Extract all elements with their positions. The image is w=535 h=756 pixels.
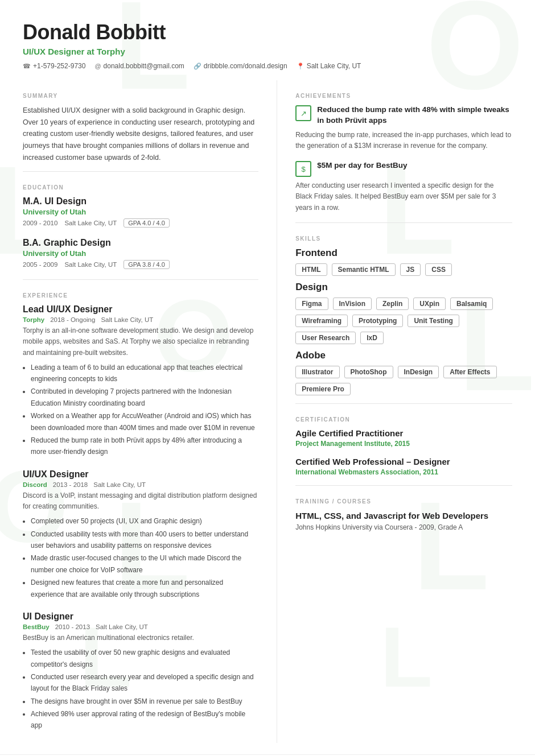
exp-desc-1: Torphy is an all-in-one software develop…	[23, 325, 258, 358]
portfolio-contact: 🔗 dribbble.com/donald.design	[194, 62, 287, 70]
cert-item-2: Certified Web Professional – Designer In…	[295, 457, 512, 476]
edu-university-1: University of Utah	[23, 208, 258, 216]
skill-indesign: InDesign	[398, 366, 439, 378]
edu-gpa-1: GPA 4.0 / 4.0	[124, 218, 170, 228]
exp-location-3: Salt Lake City, UT	[96, 623, 148, 630]
skill-html: HTML	[295, 263, 327, 276]
skill-figma: Figma	[295, 298, 328, 310]
exp-bullet-2-4: Designed new features that create a more…	[31, 577, 258, 600]
exp-years-3: 2010 - 2013	[55, 623, 90, 630]
exp-bullet-3-3: The designs have brought in over $5M in …	[31, 696, 258, 707]
exp-bullet-1-2: Contributed in developing 7 projects par…	[31, 386, 258, 409]
achievement-text-1: Reducing the bump rate, increased the in…	[295, 130, 512, 151]
portfolio-value: dribbble.com/donald.design	[204, 62, 287, 70]
candidate-title: UI/UX Designer at Torphy	[23, 47, 512, 56]
education-label: EDUCATION	[23, 184, 258, 191]
skill-illustrator: Illustrator	[295, 366, 339, 378]
cert-item-1: Agile Certified Practitioner Project Man…	[295, 428, 512, 448]
email-icon: @	[94, 63, 101, 69]
skills-category-adobe: Adobe	[295, 350, 512, 361]
email-value: donald.bobbitt@gmail.com	[104, 62, 184, 70]
exp-company-1: Torphy	[23, 316, 44, 323]
skill-ixd: IxD	[360, 332, 384, 344]
link-icon: 🔗	[194, 63, 201, 70]
exp-years-2: 2013 - 2018	[53, 481, 88, 488]
location-icon: 📍	[297, 63, 304, 70]
skill-photoshop: PhotoShop	[344, 366, 393, 378]
edu-years-1: 2009 - 2010	[23, 220, 57, 226]
edu-gpa-2: GPA 3.8 / 4.0	[124, 260, 170, 269]
experience-item-3: UI Designer BestBuy 2010 - 2013 Salt Lak…	[23, 612, 258, 732]
cert-title-1: Agile Certified Practitioner	[295, 428, 512, 438]
exp-bullet-2-3: Made drastic user-focused changes to the…	[31, 552, 258, 576]
achievements-label: ACHIEVEMENTS	[295, 93, 512, 99]
phone-contact: ☎ +1-579-252-9730	[23, 62, 85, 70]
location-value: Salt Lake City, UT	[307, 62, 361, 70]
skill-user-research: User Research	[295, 332, 356, 344]
exp-bullet-1-1: Leading a team of 6 to build an educatio…	[31, 362, 258, 385]
exp-bullet-3-1: Tested the usability of over 50 new grap…	[31, 647, 258, 670]
skill-semantic-html: Semantic HTML	[332, 263, 396, 276]
skills-label: SKILLS	[295, 236, 512, 242]
achievement-header-1: ↗ Reduced the bump rate with 48% with si…	[295, 105, 512, 126]
candidate-name: Donald Bobbitt	[23, 20, 512, 44]
edu-degree-2: B.A. Graphic Design	[23, 238, 258, 248]
skill-prototyping: Prototyping	[352, 315, 403, 327]
exp-location-2: Salt Lake City, UT	[93, 481, 146, 488]
skill-js: JS	[400, 263, 421, 276]
right-column: ACHIEVEMENTS ↗ Reduced the bump rate wit…	[277, 80, 512, 743]
training-label: TRAINING / COURSES	[295, 498, 512, 505]
cert-title-2: Certified Web Professional – Designer	[295, 457, 512, 466]
exp-desc-2: Discord is a VoIP, instant messaging and…	[23, 490, 258, 512]
skills-tags-adobe: Illustrator PhotoShop InDesign After Eff…	[295, 366, 512, 395]
achievement-title-2: $5M per day for BestBuy	[317, 160, 407, 171]
exp-years-1: 2018 - Ongoing	[50, 316, 95, 323]
exp-location-1: Salt Lake City, UT	[101, 316, 153, 323]
exp-title-2: UI/UX Designer	[23, 469, 258, 480]
exp-meta-1: Torphy 2018 - Ongoing Salt Lake City, UT	[23, 316, 258, 323]
resume-header: Donald Bobbitt UI/UX Designer at Torphy …	[0, 0, 535, 80]
achievement-title-1: Reduced the bump rate with 48% with simp…	[317, 105, 512, 126]
exp-bullet-3-4: Achieved 98% user approval rating of the…	[31, 708, 258, 732]
skill-premiere-pro: Premiere Pro	[295, 383, 351, 395]
exp-bullet-2-2: Conducted usability tests with more than…	[31, 528, 258, 552]
skill-after-effects: After Effects	[443, 366, 496, 378]
exp-desc-3: BestBuy is an American multinational ele…	[23, 633, 258, 643]
training-meta-text-1: Johns Hopkins University via Coursera - …	[295, 523, 463, 531]
skill-balsamiq: Balsamiq	[450, 298, 493, 310]
exp-bullets-3: Tested the usability of over 50 new grap…	[23, 647, 258, 732]
exp-title-3: UI Designer	[23, 612, 258, 622]
left-column: SUMMARY Established UI/UX designer with …	[23, 80, 277, 743]
achievement-icon-1: ↗	[295, 105, 311, 121]
email-contact: @ donald.bobbitt@gmail.com	[94, 62, 184, 70]
exp-company-3: BestBuy	[23, 623, 50, 630]
edu-degree-1: M.A. UI Design	[23, 196, 258, 206]
exp-bullets-2: Completed over 50 projects (UI, UX and G…	[23, 515, 258, 600]
phone-icon: ☎	[23, 63, 31, 70]
exp-meta-2: Discord 2013 - 2018 Salt Lake City, UT	[23, 481, 258, 488]
skills-tags-design: Figma InVision Zeplin UXpin Balsamiq Wir…	[295, 298, 512, 344]
exp-title-1: Lead UI/UX Designer	[23, 304, 258, 315]
education-item-1: M.A. UI Design University of Utah 2009 -…	[23, 196, 258, 228]
edu-years-2: 2005 - 2009	[23, 261, 57, 268]
skills-tags-frontend: HTML Semantic HTML JS CSS	[295, 263, 512, 276]
edu-location-2: Salt Lake City, UT	[64, 261, 117, 268]
skills-category-frontend: Frontend	[295, 247, 512, 259]
cert-org-2: International Webmasters Association, 20…	[295, 468, 512, 476]
edu-location-1: Salt Lake City, UT	[64, 220, 117, 226]
achievement-text-2: After conducting user research I invente…	[295, 180, 512, 213]
achievement-item-2: $ $5M per day for BestBuy After conducti…	[295, 160, 512, 213]
skill-css: CSS	[425, 263, 452, 276]
skill-invision: InVision	[333, 298, 372, 310]
contact-bar: ☎ +1-579-252-9730 @ donald.bobbitt@gmail…	[23, 62, 512, 70]
location-contact: 📍 Salt Lake City, UT	[297, 62, 361, 70]
training-title-1: HTML, CSS, and Javascript for Web Develo…	[295, 510, 512, 522]
skill-wireframing: Wireframing	[295, 315, 348, 327]
experience-label: EXPERIENCE	[23, 292, 258, 299]
cert-org-1: Project Management Institute, 2015	[295, 440, 512, 448]
skill-zeplin: Zeplin	[376, 298, 409, 310]
exp-company-2: Discord	[23, 481, 47, 488]
summary-label: SUMMARY	[23, 93, 258, 99]
skill-unit-testing: Unit Testing	[408, 315, 459, 327]
exp-meta-3: BestBuy 2010 - 2013 Salt Lake City, UT	[23, 623, 258, 630]
